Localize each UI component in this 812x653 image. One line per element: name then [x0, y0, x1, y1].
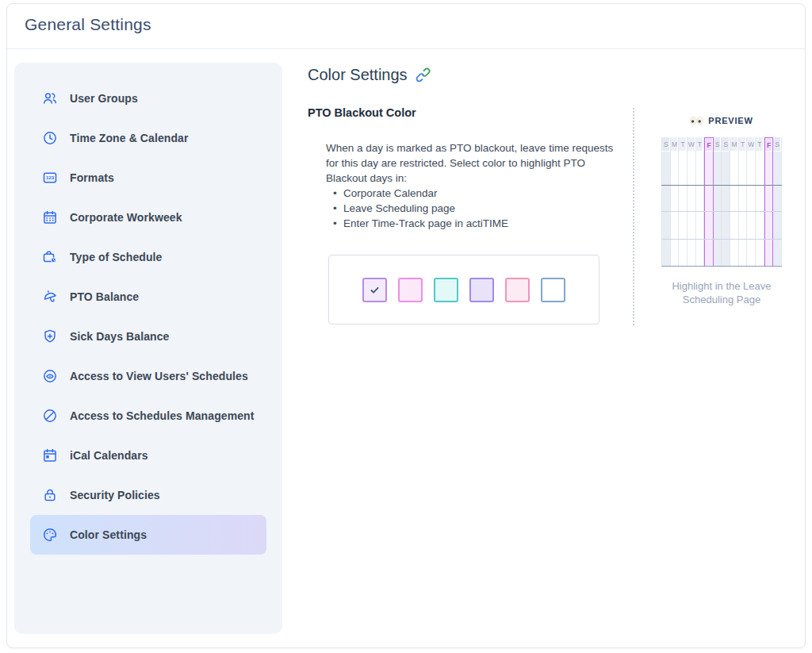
bullet-item: Corporate Calendar [326, 186, 624, 201]
section-title-row: Color Settings [308, 66, 431, 84]
pto-blackout-bullet-list: Corporate CalendarLeave Scheduling pageE… [326, 186, 624, 231]
bullet-item: Leave Scheduling page [326, 201, 624, 216]
header-divider [7, 48, 805, 49]
sidebar-item-label: Type of Schedule [70, 251, 162, 263]
sidebar-item-sick-days-balance[interactable]: Sick Days Balance [30, 317, 266, 356]
day-letter: S [662, 137, 670, 152]
day-letter: S [714, 137, 722, 152]
sidebar-item-label: Access to Schedules Management [70, 409, 255, 422]
calendar-column: W [747, 137, 756, 266]
link-icon[interactable] [415, 67, 431, 83]
sidebar-item-ical-calendars[interactable]: iCal Calendars [30, 436, 266, 475]
sidebar-item-time-zone-calendar[interactable]: Time Zone & Calendar [30, 118, 266, 158]
day-letter: F [765, 137, 773, 152]
svg-text:123: 123 [46, 175, 55, 180]
day-letter: M [671, 137, 679, 152]
preview-caption: Highlight in the Leave Scheduling Page [655, 279, 788, 306]
calendar-column: S [662, 137, 671, 266]
preview-label-row: PREVIEW [655, 116, 788, 125]
day-letter: W [688, 137, 695, 152]
calendar-column: M [730, 137, 739, 266]
sidebar-item-access-to-view-users-schedules[interactable]: Access to View Users' Schedules [30, 356, 266, 396]
check-icon [369, 284, 381, 296]
pto-blackout-description-block: When a day is marked as PTO blackout, le… [326, 140, 624, 231]
color-swatch-picker [328, 255, 599, 325]
sidebar-item-label: iCal Calendars [70, 449, 148, 462]
settings-sidebar: User GroupsTime Zone & Calendar123Format… [14, 63, 282, 634]
umbrella-icon [42, 289, 58, 305]
calendar-column: T [696, 137, 705, 266]
sidebar-item-label: Color Settings [70, 528, 147, 541]
sidebar-item-type-of-schedule[interactable]: Type of Schedule [30, 237, 266, 277]
calendar-column: S [773, 137, 782, 266]
sidebar-item-label: Formats [70, 171, 114, 184]
color-swatch-3[interactable] [434, 278, 458, 302]
bullet-item: Enter Time-Track page in actiTIME [326, 216, 624, 231]
color-swatch-5[interactable] [505, 278, 530, 302]
clock-icon [42, 130, 58, 146]
calendar-column: T [739, 137, 748, 266]
calendar-column-highlighted: F [704, 137, 714, 266]
page-title: General Settings [25, 15, 151, 34]
ical-calendar-icon [42, 447, 58, 463]
sidebar-item-color-settings[interactable]: Color Settings [30, 515, 266, 555]
palette-icon [42, 527, 58, 543]
color-swatch-2[interactable] [398, 278, 423, 302]
calendar-column: S [722, 137, 730, 266]
preview-divider [633, 108, 634, 325]
sidebar-item-label: Sick Days Balance [70, 330, 169, 343]
preview-calendar: SMTWTFSSMTWTFS [661, 137, 782, 267]
sidebar-item-corporate-workweek[interactable]: Corporate Workweek [30, 198, 266, 237]
sidebar-item-label: Time Zone & Calendar [70, 132, 189, 144]
general-settings-card: General Settings User GroupsTime Zone & … [6, 3, 806, 648]
pto-blackout-heading: PTO Blackout Color [308, 106, 416, 119]
sidebar-item-label: Security Policies [70, 489, 160, 501]
day-letter: W [747, 137, 755, 152]
day-letter: T [756, 137, 764, 152]
section-title: Color Settings [308, 66, 408, 84]
users-icon [42, 90, 58, 106]
day-letter: F [705, 137, 713, 152]
sidebar-item-label: PTO Balance [70, 290, 139, 303]
sidebar-item-user-groups[interactable]: User Groups [30, 79, 266, 118]
calendar-column: W [688, 137, 696, 266]
shield-plus-icon [42, 328, 58, 344]
calendar-icon [42, 209, 58, 225]
formats-123-icon: 123 [42, 170, 58, 186]
day-letter: T [696, 137, 704, 152]
calendar-column: T [679, 137, 688, 266]
sidebar-item-pto-balance[interactable]: PTO Balance [30, 277, 266, 317]
pto-blackout-description: When a day is marked as PTO blackout, le… [326, 140, 624, 186]
sidebar-item-label: User Groups [70, 92, 138, 105]
sidebar-item-label: Access to View Users' Schedules [70, 370, 248, 382]
day-letter: S [773, 137, 781, 152]
color-swatch-6[interactable] [541, 278, 565, 302]
calendar-column: T [756, 137, 764, 266]
lock-icon [42, 487, 58, 503]
no-access-icon [42, 408, 58, 424]
sidebar-item-formats[interactable]: 123Formats [30, 158, 266, 198]
eyes-icon [690, 117, 703, 125]
day-letter: T [679, 137, 687, 152]
day-letter: T [739, 137, 747, 152]
view-access-icon [42, 368, 58, 384]
sidebar-item-access-to-schedules-management[interactable]: Access to Schedules Management [30, 396, 266, 436]
schedule-type-icon [42, 249, 58, 265]
color-swatch-4[interactable] [469, 278, 494, 302]
calendar-column: M [671, 137, 680, 266]
sidebar-item-security-policies[interactable]: Security Policies [30, 475, 266, 515]
color-swatch-1-selected[interactable] [362, 278, 387, 302]
sidebar-item-label: Corporate Workweek [70, 211, 182, 224]
preview-label: PREVIEW [708, 116, 753, 125]
calendar-column-highlighted: F [764, 137, 774, 266]
day-letter: M [730, 137, 738, 152]
day-letter: S [722, 137, 730, 152]
calendar-column: S [714, 137, 722, 266]
